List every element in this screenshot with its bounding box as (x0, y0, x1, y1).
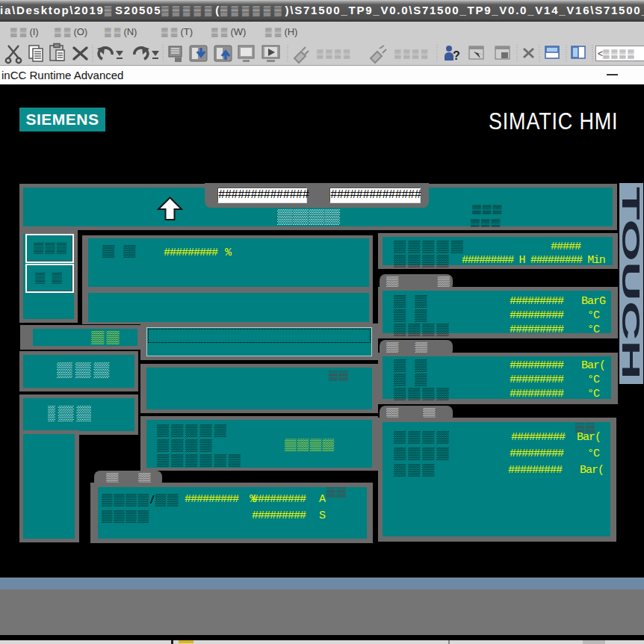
svg-text:?: ? (453, 49, 460, 62)
svg-text:TOUCH: TOUCH (619, 187, 643, 380)
